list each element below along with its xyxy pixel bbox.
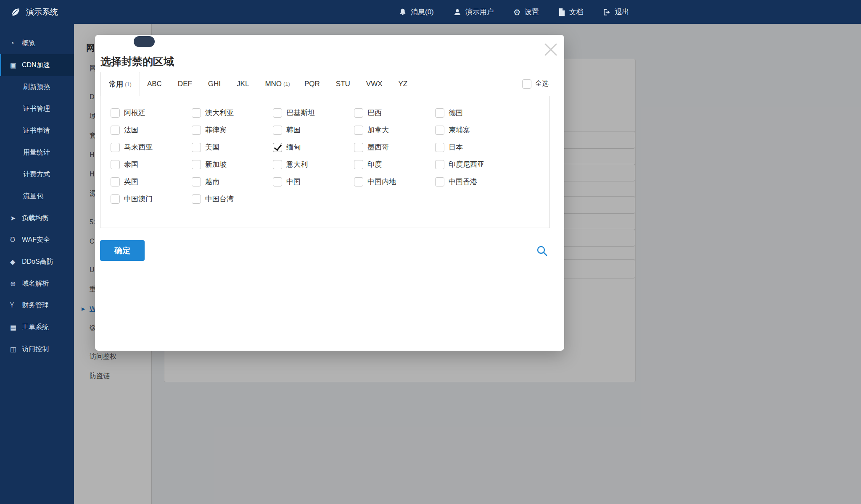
region-label: 韩国 <box>286 125 301 135</box>
select-all-label: 全选 <box>535 79 549 88</box>
topbar-item-label: 退出 <box>615 7 629 17</box>
topbar-settings[interactable]: ⚙ 设置 <box>513 7 539 17</box>
sidebar-item-cdn[interactable]: ▣ CDN加速 <box>0 54 74 76</box>
tab-pqr[interactable]: PQR <box>297 72 329 96</box>
region-checkbox[interactable] <box>273 177 282 186</box>
region-item[interactable]: 中国内地 <box>354 177 435 186</box>
search-icon[interactable] <box>536 244 548 257</box>
tab-abc[interactable]: ABC <box>140 72 171 96</box>
region-checkbox[interactable] <box>435 143 444 152</box>
sidebar-item-ticket[interactable]: ▤ 工单系统 <box>0 316 74 338</box>
region-checkbox[interactable] <box>192 143 201 152</box>
region-checkbox[interactable] <box>354 143 363 152</box>
topbar-logout[interactable]: 退出 <box>603 7 629 17</box>
region-label: 中国香港 <box>449 177 477 186</box>
region-checkbox[interactable] <box>192 160 201 169</box>
tab-stu[interactable]: STU <box>329 72 359 96</box>
region-checkbox[interactable] <box>273 160 282 169</box>
region-item[interactable]: 中国 <box>273 177 354 186</box>
region-item[interactable]: 印度 <box>354 160 435 169</box>
region-item[interactable]: 马来西亚 <box>111 142 192 152</box>
select-all-toggle[interactable]: 全选 <box>522 79 549 89</box>
region-checkbox[interactable] <box>435 126 444 135</box>
tab-ghi[interactable]: GHI <box>201 72 230 96</box>
select-all-checkbox[interactable] <box>522 79 531 89</box>
tab-vwx[interactable]: VWX <box>359 72 391 96</box>
region-item[interactable]: 菲律宾 <box>192 125 273 135</box>
tab-count-badge: (1) <box>125 81 132 87</box>
region-item[interactable]: 日本 <box>435 142 516 152</box>
region-label: 巴基斯坦 <box>286 108 315 118</box>
region-checkbox[interactable] <box>273 108 282 118</box>
region-item[interactable]: 加拿大 <box>354 125 435 135</box>
region-checkbox[interactable] <box>111 126 120 135</box>
sidebar-item-usage-stats[interactable]: 用量统计 <box>0 142 74 163</box>
topbar-user[interactable]: 演示用户 <box>453 7 494 17</box>
sidebar-item-refresh-preheat[interactable]: 刷新预热 <box>0 76 74 98</box>
sidebar-item-cert-apply[interactable]: 证书申请 <box>0 120 74 142</box>
region-item[interactable]: 柬埔寨 <box>435 125 516 135</box>
tab-mno[interactable]: MNO (1) <box>258 72 297 96</box>
region-item[interactable]: 法国 <box>111 125 192 135</box>
region-checkbox[interactable] <box>192 177 201 186</box>
sidebar-item-access-control[interactable]: ◫ 访问控制 <box>0 338 74 360</box>
region-checkbox[interactable] <box>192 126 201 135</box>
region-item[interactable]: 中国香港 <box>435 177 516 186</box>
region-label: 巴西 <box>367 108 382 118</box>
region-item[interactable]: 巴基斯坦 <box>273 108 354 118</box>
region-item[interactable]: 缅甸 <box>273 142 354 152</box>
region-item[interactable]: 意大利 <box>273 160 354 169</box>
region-item[interactable]: 澳大利亚 <box>192 108 273 118</box>
region-checkbox[interactable] <box>111 160 120 169</box>
region-checkbox[interactable] <box>192 194 201 204</box>
region-checkbox[interactable] <box>354 160 363 169</box>
sidebar-item-dns[interactable]: ⊕ 域名解析 <box>0 273 74 294</box>
sidebar-item-load-balance[interactable]: ➤ 负载均衡 <box>0 207 74 229</box>
close-icon[interactable] <box>541 40 560 59</box>
region-checkbox[interactable] <box>111 143 120 152</box>
region-checkbox[interactable] <box>111 108 120 118</box>
region-checkbox[interactable] <box>435 177 444 186</box>
region-item[interactable]: 墨西哥 <box>354 142 435 152</box>
region-item[interactable]: 中国台湾 <box>192 194 273 204</box>
region-item[interactable]: 越南 <box>192 177 273 186</box>
region-item[interactable]: 中国澳门 <box>111 194 192 204</box>
region-checkbox[interactable] <box>111 194 120 204</box>
sidebar-item-billing[interactable]: 计费方式 <box>0 163 74 185</box>
sidebar-item-finance[interactable]: ¥ 财务管理 <box>0 294 74 316</box>
tab-jkl[interactable]: JKL <box>230 72 258 96</box>
region-checkbox[interactable] <box>354 177 363 186</box>
tab-common[interactable]: 常用 (1) <box>100 72 140 96</box>
region-item[interactable]: 泰国 <box>111 160 192 169</box>
region-checkbox[interactable] <box>273 143 282 152</box>
sidebar-item-waf[interactable]: Ʊ WAF安全 <box>0 229 74 251</box>
region-checkbox[interactable] <box>273 126 282 135</box>
region-checkbox[interactable] <box>192 108 201 118</box>
region-label: 德国 <box>449 108 463 118</box>
access-control-icon: ◫ <box>10 345 22 353</box>
region-checkbox[interactable] <box>354 126 363 135</box>
sidebar-item-overview[interactable]: ◔ 概览 <box>0 32 74 54</box>
region-item[interactable]: 美国 <box>192 142 273 152</box>
region-checkbox[interactable] <box>354 108 363 118</box>
region-checkbox[interactable] <box>435 108 444 118</box>
region-item[interactable]: 韩国 <box>273 125 354 135</box>
region-checkbox[interactable] <box>435 160 444 169</box>
region-item[interactable]: 阿根廷 <box>111 108 192 118</box>
region-item[interactable]: 新加坡 <box>192 160 273 169</box>
sidebar-item-ddos[interactable]: ◆ DDoS高防 <box>0 251 74 273</box>
tab-def[interactable]: DEF <box>171 72 201 96</box>
topbar-messages[interactable]: 消息(0) <box>399 7 434 17</box>
tab-yz[interactable]: YZ <box>391 72 417 96</box>
region-item[interactable]: 德国 <box>435 108 516 118</box>
region-item[interactable]: 印度尼西亚 <box>435 160 516 169</box>
sidebar-item-traffic-package[interactable]: 流量包 <box>0 185 74 207</box>
topbar-docs[interactable]: 文档 <box>558 7 584 17</box>
region-item[interactable]: 英国 <box>111 177 192 186</box>
tab-count-badge: (1) <box>283 81 290 87</box>
confirm-button[interactable]: 确定 <box>100 240 145 261</box>
sidebar-item-cert-management[interactable]: 证书管理 <box>0 98 74 120</box>
region-item[interactable]: 巴西 <box>354 108 435 118</box>
tab-label: YZ <box>399 80 408 88</box>
region-checkbox[interactable] <box>111 177 120 186</box>
